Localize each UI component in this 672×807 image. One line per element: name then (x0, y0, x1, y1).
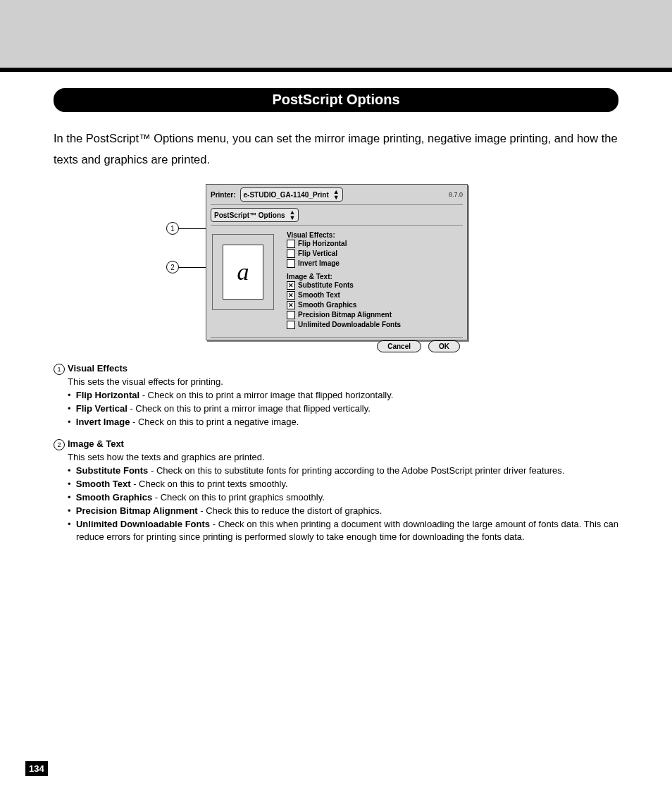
preview-frame: a (212, 234, 274, 310)
callout-1-number: 1 (166, 222, 179, 235)
printer-label: Printer: (211, 191, 236, 199)
desc-1-subtitle: This sets the visual effects for printin… (68, 376, 618, 388)
options-column: Visual Effects: Flip Horizontal Flip Ver… (287, 230, 461, 330)
page-number: 134 (25, 761, 48, 776)
desc-2-bullet-1: Substitute Fonts - Check on this to subs… (68, 464, 618, 477)
description-block-2: 2 Image & Text This sets how the texts a… (54, 438, 618, 544)
desc-1-bullet-3: Invert Image - Check on this to print a … (68, 416, 618, 429)
checkbox-icon (287, 240, 295, 248)
callout-2-number: 2 (166, 261, 179, 273)
checkbox-label: Flip Horizontal (298, 239, 347, 249)
checkbox-label: Invert Image (298, 259, 340, 269)
desc-1-bullet-1: Flip Horizontal - Check on this to print… (68, 389, 618, 402)
desc-1-bullet-2: Flip Vertical - Check on this to print a… (68, 402, 618, 415)
image-text-heading: Image & Text: (287, 273, 461, 281)
printer-row: Printer: e-STUDIO_GA-1140_Print ▲▼ 8.7.0 (206, 185, 467, 202)
desc-2-bullet-3: Smooth Graphics - Check on this to print… (68, 491, 618, 504)
dialog-illustration: 1 2 Printer: e-STUDIO_GA-1140_Print ▲▼ 8… (199, 184, 473, 343)
checkbox-icon (287, 250, 295, 258)
desc-2-bullet-5: Unlimited Downloadable Fonts - Check on … (68, 518, 618, 543)
description-block-1: 1 Visual Effects This sets the visual ef… (54, 362, 618, 429)
checkbox-label: Flip Vertical (298, 249, 337, 259)
section-title: PostScript Options (54, 88, 618, 112)
desc-1-number: 1 (54, 364, 65, 375)
desc-1-title: Visual Effects (68, 362, 618, 375)
menu-dropdown-value: PostScript™ Options (214, 211, 285, 219)
intro-paragraph: In the PostScript™ Options menu, you can… (54, 128, 618, 170)
desc-2-number: 2 (54, 439, 65, 450)
checkbox-icon (287, 311, 295, 319)
ok-button[interactable]: OK (428, 340, 460, 352)
printer-dropdown-value: e-STUDIO_GA-1140_Print (244, 191, 329, 199)
header-band (0, 0, 672, 68)
dialog-separator-2 (211, 225, 463, 226)
checkbox-label: Substitute Fonts (298, 281, 354, 290)
visual-effects-heading: Visual Effects: (287, 231, 461, 239)
flip-vertical-checkbox[interactable]: Flip Vertical (287, 249, 461, 259)
checkbox-label: Unlimited Downloadable Fonts (298, 320, 401, 330)
smooth-text-checkbox[interactable]: ✕Smooth Text (287, 290, 461, 300)
checkbox-icon (287, 321, 295, 329)
desc-2-bullet-4: Precision Bitmap Alignment - Check this … (68, 505, 618, 517)
menu-row: PostScript™ Options ▲▼ (206, 208, 467, 222)
dialog-separator-3 (211, 337, 463, 338)
checkbox-icon (287, 259, 295, 268)
printer-dropdown[interactable]: e-STUDIO_GA-1140_Print ▲▼ (240, 187, 343, 202)
flip-horizontal-checkbox[interactable]: Flip Horizontal (287, 239, 461, 249)
header-divider (0, 68, 672, 72)
checkbox-icon: ✕ (287, 301, 295, 309)
desc-2-subtitle: This sets how the texts and graphics are… (68, 451, 618, 464)
precision-bitmap-checkbox[interactable]: Precision Bitmap Alignment (287, 310, 461, 320)
dialog-body: a Visual Effects: Flip Horizontal Flip V… (206, 228, 467, 334)
updown-icon: ▲▼ (333, 189, 340, 200)
unlimited-fonts-checkbox[interactable]: Unlimited Downloadable Fonts (287, 320, 461, 330)
checkbox-icon: ✕ (287, 281, 295, 290)
substitute-fonts-checkbox[interactable]: ✕Substitute Fonts (287, 281, 461, 290)
desc-2-bullet-2: Smooth Text - Check on this to print tex… (68, 478, 618, 491)
invert-image-checkbox[interactable]: Invert Image (287, 259, 461, 269)
checkbox-label: Smooth Graphics (298, 300, 356, 310)
updown-icon: ▲▼ (290, 209, 296, 221)
desc-2-title: Image & Text (68, 438, 618, 450)
checkbox-label: Precision Bitmap Alignment (298, 310, 392, 320)
dialog-button-row: Cancel OK (206, 340, 467, 358)
dialog-separator-1 (211, 204, 463, 205)
cancel-button[interactable]: Cancel (377, 340, 421, 352)
checkbox-label: Smooth Text (298, 290, 340, 300)
smooth-graphics-checkbox[interactable]: ✕Smooth Graphics (287, 300, 461, 310)
checkbox-icon: ✕ (287, 291, 295, 300)
preview-glyph: a (223, 245, 263, 300)
page: PostScript Options In the PostScript™ Op… (0, 0, 672, 807)
content-area: PostScript Options In the PostScript™ Op… (54, 88, 618, 544)
dialog-version: 8.7.0 (449, 191, 463, 198)
print-dialog: Printer: e-STUDIO_GA-1140_Print ▲▼ 8.7.0… (206, 184, 468, 340)
menu-dropdown[interactable]: PostScript™ Options ▲▼ (211, 208, 299, 222)
